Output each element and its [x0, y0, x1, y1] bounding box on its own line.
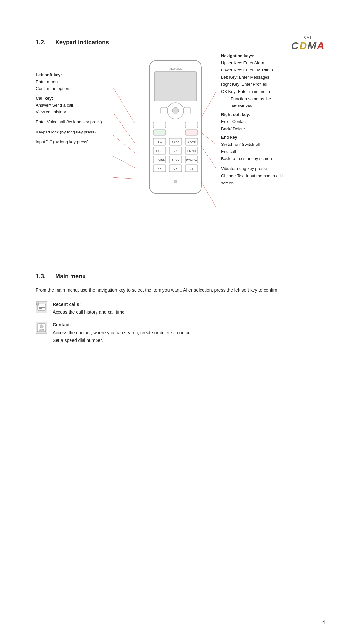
logo-cat-label: CAT: [291, 36, 325, 39]
keypad-lock-group: Keypad lock (by long key press): [36, 129, 114, 136]
section-13: 1.3. Main menu From the main menu, use t…: [36, 273, 315, 345]
voicemail-group: Enter Voicemail (by long key press): [36, 119, 114, 126]
page-number: 4: [322, 619, 325, 625]
input-plus-text: Input "+" (by long key press): [36, 139, 114, 145]
svg-point-35: [174, 180, 177, 183]
call-key-group: Call key: Answer/ Send a call View call …: [36, 95, 114, 115]
contact-description1: Access the contact; where you can search…: [53, 329, 193, 337]
left-annotations: Left soft key: Enter menu Confirm an opt…: [36, 72, 114, 149]
nav-right: Right Key: Enter Profiles: [221, 81, 315, 88]
svg-line-38: [113, 135, 135, 153]
call-key-label: Call key:: [36, 95, 114, 102]
recent-calls-description: Access the call history and call time.: [53, 309, 126, 316]
change-text: Change Text Input method in edit: [221, 172, 315, 180]
end-key-label: End key:: [221, 134, 315, 141]
svg-text:3 DEF: 3 DEF: [187, 141, 196, 144]
menu-item-recent-calls: Recent calls: Access the call history an…: [36, 301, 315, 316]
call-key-item-2: View call history: [36, 109, 114, 116]
left-soft-key-group: Left soft key: Enter menu Confirm an opt…: [36, 72, 114, 92]
nav-lower: Lower Key: Enter FM Radio: [221, 67, 315, 74]
svg-line-40: [113, 177, 135, 179]
svg-text:8 TUV: 8 TUV: [171, 158, 179, 161]
keypad-lock-text: Keypad lock (by long key press): [36, 129, 114, 136]
end-key-item-2: End call: [221, 148, 315, 155]
svg-text:1 –: 1 –: [158, 141, 162, 144]
svg-line-37: [113, 112, 135, 143]
svg-rect-10: [185, 130, 198, 135]
svg-text:6 MNO: 6 MNO: [187, 149, 196, 153]
left-soft-key-label: Left soft key:: [36, 72, 114, 79]
logo-area: CAT CDMA: [291, 36, 325, 52]
contact-icon: [36, 322, 47, 334]
svg-text:5 JKL: 5 JKL: [172, 149, 179, 153]
input-plus-group: Input "+" (by long key press): [36, 139, 114, 145]
section-12-title: 1.2. Keypad indications: [36, 39, 315, 46]
keypad-section: Left soft key: Enter menu Confirm an opt…: [36, 52, 315, 260]
recent-calls-title: Recent calls:: [53, 301, 126, 309]
svg-rect-1: [154, 72, 197, 101]
svg-rect-6: [184, 107, 190, 114]
svg-text:9 WXYZ: 9 WXYZ: [186, 158, 197, 161]
svg-rect-9: [153, 130, 166, 135]
svg-text:* +: * +: [158, 167, 161, 170]
navigation-keys-label: Navigation keys:: [221, 52, 315, 59]
svg-point-4: [172, 107, 179, 114]
contact-title: Contact:: [53, 321, 193, 329]
svg-text:4 GHI: 4 GHI: [156, 149, 163, 153]
menu-item-contact: Contact: Access the contact; where you c…: [36, 321, 315, 344]
svg-text:0 +: 0 +: [174, 167, 178, 170]
svg-rect-8: [185, 122, 198, 128]
end-key-item-1: Switch-on/ Switch-off: [221, 141, 315, 148]
logo-cdma: CDMA: [291, 40, 325, 52]
svg-text:# !: # !: [190, 167, 193, 170]
ok-key: OK Key: Enter main menu: [221, 88, 315, 95]
contact-content: Contact: Access the contact; where you c…: [53, 321, 193, 344]
svg-line-39: [113, 156, 135, 168]
recent-calls-content: Recent calls: Access the call history an…: [53, 301, 126, 316]
call-key-item-1: Answer/ Send a call: [36, 102, 114, 109]
svg-point-55: [40, 325, 43, 328]
function-line1: Function same as the: [221, 95, 315, 103]
screen-text: screen: [221, 180, 315, 187]
right-annotations: Navigation keys: Upper Key: Enter Alarm …: [221, 52, 315, 187]
svg-rect-5: [161, 107, 167, 114]
phone-diagram: ALCATEL 1 – 2 ABC: [143, 59, 208, 196]
function-line2: left soft key: [221, 103, 315, 110]
section-13-title: 1.3. Main menu: [36, 273, 315, 280]
svg-line-36: [113, 87, 135, 124]
nav-upper: Upper Key: Enter Alarm: [221, 59, 315, 67]
svg-rect-7: [153, 122, 166, 128]
right-soft-key-item-2: Back/ Delete: [221, 125, 315, 133]
nav-left: Left Key: Enter Messages: [221, 74, 315, 81]
right-soft-key-label: Right soft key:: [221, 111, 315, 118]
phone-svg: ALCATEL 1 – 2 ABC: [143, 59, 208, 195]
left-soft-key-item-1: Enter menu: [36, 79, 114, 85]
menu-intro: From the main menu, use the navigation k…: [36, 286, 315, 294]
voicemail-text: Enter Voicemail (by long key press): [36, 119, 114, 126]
vibrator-text: Vibrator (long key press): [221, 165, 315, 172]
recent-calls-icon: [36, 301, 47, 313]
left-soft-key-item-2: Confirm an option: [36, 85, 114, 92]
end-key-item-3: Back to the standby screen: [221, 155, 315, 162]
svg-text:2 ABC: 2 ABC: [171, 141, 180, 144]
right-soft-key-item-1: Enter Contact: [221, 118, 315, 125]
svg-text:7 PQRS: 7 PQRS: [154, 158, 165, 161]
svg-text:ALCATEL: ALCATEL: [169, 67, 182, 70]
contact-description2: Set a speed dial number.: [53, 337, 193, 345]
